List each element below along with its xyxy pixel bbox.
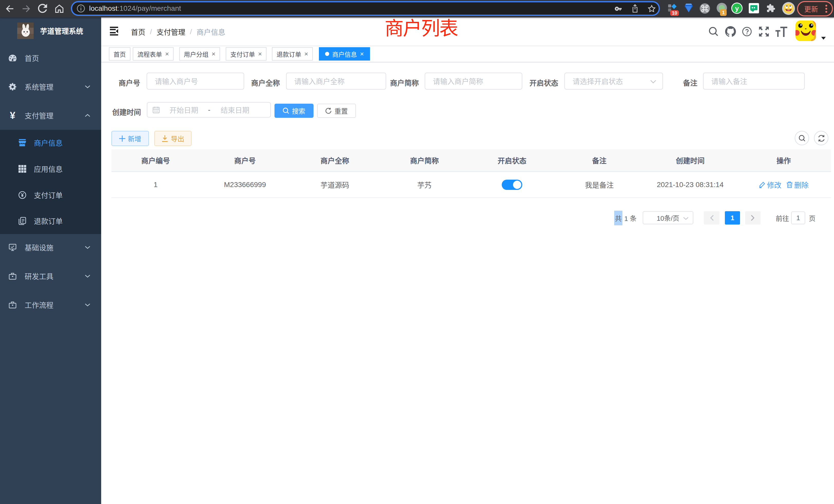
svg-text:y: y bbox=[735, 5, 739, 12]
